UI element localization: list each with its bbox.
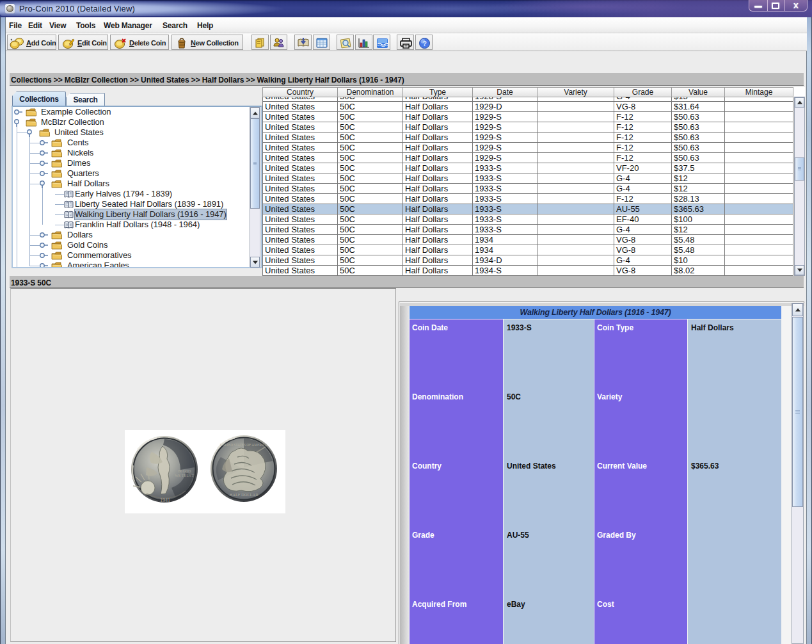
svg-text:?: ? [422, 40, 427, 47]
svg-text:1941: 1941 [160, 497, 170, 503]
svg-text:UNITED STATES OF AMERICA: UNITED STATES OF AMERICA [220, 443, 267, 447]
svg-text:WE TRUST: WE TRUST [175, 474, 194, 478]
svg-text:IN GOD: IN GOD [178, 469, 191, 473]
svg-text:HALF DOLLAR: HALF DOLLAR [230, 492, 259, 497]
